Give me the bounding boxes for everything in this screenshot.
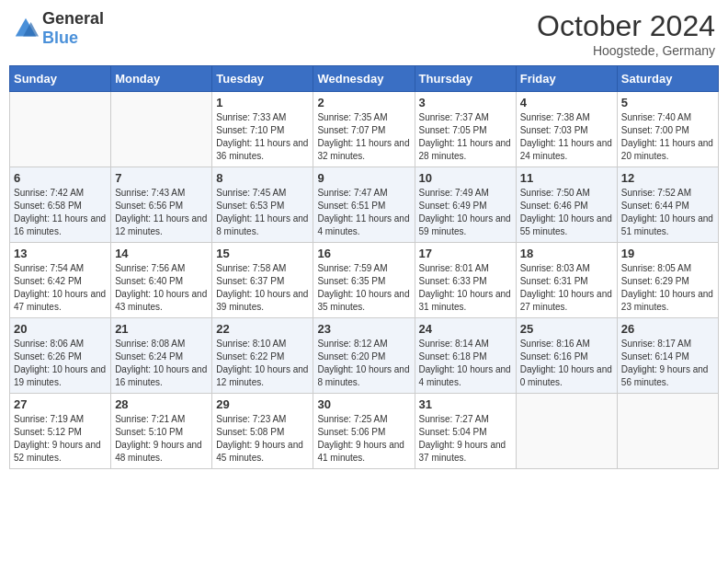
logo-general-text: General (42, 9, 104, 29)
day-info: Sunrise: 8:17 AM Sunset: 6:14 PM Dayligh… (621, 338, 714, 389)
table-row: 4Sunrise: 7:38 AM Sunset: 7:03 PM Daylig… (516, 92, 617, 167)
table-row: 25Sunrise: 8:16 AM Sunset: 6:16 PM Dayli… (516, 318, 617, 394)
day-number: 27 (14, 397, 107, 411)
col-friday: Friday (516, 66, 617, 92)
col-saturday: Saturday (617, 66, 718, 92)
calendar-week-row: 27Sunrise: 7:19 AM Sunset: 5:12 PM Dayli… (10, 394, 719, 469)
logo-icon (13, 16, 39, 41)
day-number: 3 (419, 96, 512, 109)
calendar-week-row: 6Sunrise: 7:42 AM Sunset: 6:58 PM Daylig… (10, 167, 719, 243)
table-row: 11Sunrise: 7:50 AM Sunset: 6:46 PM Dayli… (516, 167, 617, 243)
day-info: Sunrise: 7:50 AM Sunset: 6:46 PM Dayligh… (520, 187, 613, 238)
day-info: Sunrise: 8:03 AM Sunset: 6:31 PM Dayligh… (520, 262, 613, 314)
day-number: 1 (216, 96, 309, 109)
day-number: 14 (115, 247, 208, 260)
day-info: Sunrise: 7:54 AM Sunset: 6:42 PM Dayligh… (14, 262, 107, 314)
table-row: 21Sunrise: 8:08 AM Sunset: 6:24 PM Dayli… (111, 318, 212, 394)
table-row (111, 92, 212, 167)
day-number: 23 (317, 322, 410, 336)
day-number: 24 (419, 322, 512, 336)
table-row: 7Sunrise: 7:43 AM Sunset: 6:56 PM Daylig… (111, 167, 212, 243)
day-info: Sunrise: 8:12 AM Sunset: 6:20 PM Dayligh… (317, 338, 410, 389)
day-info: Sunrise: 8:14 AM Sunset: 6:18 PM Dayligh… (419, 338, 512, 389)
day-info: Sunrise: 7:37 AM Sunset: 7:05 PM Dayligh… (419, 111, 512, 163)
calendar-table: Sunday Monday Tuesday Wednesday Thursday… (9, 65, 719, 469)
day-info: Sunrise: 8:08 AM Sunset: 6:24 PM Dayligh… (115, 338, 208, 389)
day-info: Sunrise: 7:52 AM Sunset: 6:44 PM Dayligh… (621, 187, 714, 238)
calendar-week-row: 13Sunrise: 7:54 AM Sunset: 6:42 PM Dayli… (10, 243, 719, 318)
table-row: 23Sunrise: 8:12 AM Sunset: 6:20 PM Dayli… (313, 318, 415, 394)
day-info: Sunrise: 7:35 AM Sunset: 7:07 PM Dayligh… (317, 111, 410, 163)
table-row: 24Sunrise: 8:14 AM Sunset: 6:18 PM Dayli… (415, 318, 516, 394)
calendar-week-row: 20Sunrise: 8:06 AM Sunset: 6:26 PM Dayli… (10, 318, 719, 394)
table-row: 16Sunrise: 7:59 AM Sunset: 6:35 PM Dayli… (313, 243, 415, 318)
table-row: 10Sunrise: 7:49 AM Sunset: 6:49 PM Dayli… (415, 167, 516, 243)
day-info: Sunrise: 8:06 AM Sunset: 6:26 PM Dayligh… (14, 338, 107, 389)
day-info: Sunrise: 7:56 AM Sunset: 6:40 PM Dayligh… (115, 262, 208, 314)
day-number: 21 (115, 322, 208, 336)
table-row: 29Sunrise: 7:23 AM Sunset: 5:08 PM Dayli… (212, 394, 313, 469)
day-number: 19 (621, 247, 714, 260)
day-info: Sunrise: 7:21 AM Sunset: 5:10 PM Dayligh… (115, 413, 208, 465)
day-number: 18 (520, 247, 613, 260)
table-row: 13Sunrise: 7:54 AM Sunset: 6:42 PM Dayli… (10, 243, 111, 318)
table-row: 19Sunrise: 8:05 AM Sunset: 6:29 PM Dayli… (617, 243, 718, 318)
day-number: 26 (621, 322, 714, 336)
col-thursday: Thursday (415, 66, 516, 92)
table-row: 30Sunrise: 7:25 AM Sunset: 5:06 PM Dayli… (313, 394, 415, 469)
day-info: Sunrise: 8:16 AM Sunset: 6:16 PM Dayligh… (520, 338, 613, 389)
table-row: 12Sunrise: 7:52 AM Sunset: 6:44 PM Dayli… (617, 167, 718, 243)
day-number: 9 (317, 171, 410, 185)
table-row: 27Sunrise: 7:19 AM Sunset: 5:12 PM Dayli… (10, 394, 111, 469)
col-monday: Monday (111, 66, 212, 92)
table-row: 31Sunrise: 7:27 AM Sunset: 5:04 PM Dayli… (415, 394, 516, 469)
day-info: Sunrise: 7:42 AM Sunset: 6:58 PM Dayligh… (14, 187, 107, 238)
table-row (10, 92, 111, 167)
table-row: 2Sunrise: 7:35 AM Sunset: 7:07 PM Daylig… (313, 92, 415, 167)
col-sunday: Sunday (10, 66, 111, 92)
day-info: Sunrise: 7:19 AM Sunset: 5:12 PM Dayligh… (14, 413, 107, 465)
day-number: 8 (216, 171, 309, 185)
table-row: 22Sunrise: 8:10 AM Sunset: 6:22 PM Dayli… (212, 318, 313, 394)
col-tuesday: Tuesday (212, 66, 313, 92)
day-info: Sunrise: 7:40 AM Sunset: 7:00 PM Dayligh… (621, 111, 714, 163)
col-wednesday: Wednesday (313, 66, 415, 92)
day-info: Sunrise: 8:05 AM Sunset: 6:29 PM Dayligh… (621, 262, 714, 314)
day-number: 2 (317, 96, 410, 109)
day-info: Sunrise: 8:10 AM Sunset: 6:22 PM Dayligh… (216, 338, 309, 389)
day-number: 28 (115, 397, 208, 411)
day-number: 17 (419, 247, 512, 260)
logo-blue-text: Blue (42, 29, 104, 48)
logo: General Blue (13, 9, 104, 48)
day-info: Sunrise: 7:45 AM Sunset: 6:53 PM Dayligh… (216, 187, 309, 238)
day-info: Sunrise: 7:49 AM Sunset: 6:49 PM Dayligh… (419, 187, 512, 238)
month-title: October 2024 (537, 9, 715, 43)
table-row (617, 394, 718, 469)
day-number: 31 (419, 397, 512, 411)
table-row: 6Sunrise: 7:42 AM Sunset: 6:58 PM Daylig… (10, 167, 111, 243)
day-number: 6 (14, 171, 107, 185)
day-info: Sunrise: 7:43 AM Sunset: 6:56 PM Dayligh… (115, 187, 208, 238)
table-row: 18Sunrise: 8:03 AM Sunset: 6:31 PM Dayli… (516, 243, 617, 318)
table-row: 5Sunrise: 7:40 AM Sunset: 7:00 PM Daylig… (617, 92, 718, 167)
table-row: 1Sunrise: 7:33 AM Sunset: 7:10 PM Daylig… (212, 92, 313, 167)
day-info: Sunrise: 7:47 AM Sunset: 6:51 PM Dayligh… (317, 187, 410, 238)
day-number: 20 (14, 322, 107, 336)
day-number: 4 (520, 96, 613, 109)
day-number: 11 (520, 171, 613, 185)
page-header: General Blue October 2024 Hoogstede, Ger… (9, 9, 719, 58)
table-row: 15Sunrise: 7:58 AM Sunset: 6:37 PM Dayli… (212, 243, 313, 318)
day-number: 15 (216, 247, 309, 260)
day-number: 29 (216, 397, 309, 411)
day-number: 10 (419, 171, 512, 185)
day-number: 30 (317, 397, 410, 411)
day-info: Sunrise: 8:01 AM Sunset: 6:33 PM Dayligh… (419, 262, 512, 314)
table-row: 28Sunrise: 7:21 AM Sunset: 5:10 PM Dayli… (111, 394, 212, 469)
day-info: Sunrise: 7:58 AM Sunset: 6:37 PM Dayligh… (216, 262, 309, 314)
day-number: 7 (115, 171, 208, 185)
day-number: 12 (621, 171, 714, 185)
day-info: Sunrise: 7:23 AM Sunset: 5:08 PM Dayligh… (216, 413, 309, 465)
day-number: 5 (621, 96, 714, 109)
table-row: 9Sunrise: 7:47 AM Sunset: 6:51 PM Daylig… (313, 167, 415, 243)
day-info: Sunrise: 7:59 AM Sunset: 6:35 PM Dayligh… (317, 262, 410, 314)
